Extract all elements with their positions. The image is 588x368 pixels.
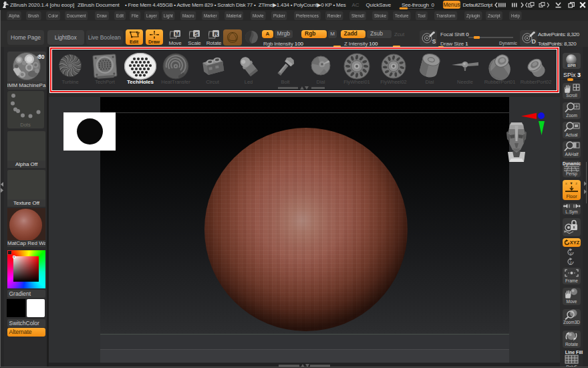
svg-text:M: M (174, 31, 179, 37)
svg-text:R: R (213, 31, 217, 37)
svg-text:S: S (194, 31, 198, 37)
svg-text:BPR: BPR (567, 64, 576, 68)
svg-text:Z: Z (569, 261, 573, 266)
svg-text:D: D (531, 38, 536, 45)
svg-text:Y: Y (569, 252, 573, 256)
svg-text:S: S (432, 38, 436, 45)
